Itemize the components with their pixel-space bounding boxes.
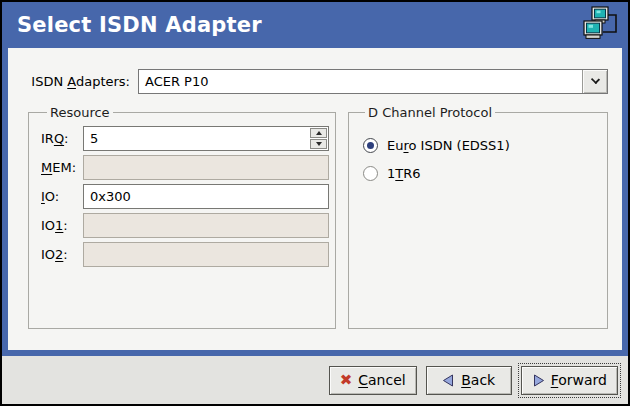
isdn-adapter-row: ISDN Adapters: ACER P10 xyxy=(28,48,608,94)
irq-label: IRQ: xyxy=(41,131,83,146)
resource-group-title: Resource xyxy=(47,105,113,120)
dialog-content: ISDN Adapters: ACER P10 Resource IRQ: 5 xyxy=(8,48,622,350)
io2-label: IO2: xyxy=(41,247,83,262)
network-computers-icon xyxy=(581,5,621,45)
io2-field xyxy=(83,242,329,267)
forward-button[interactable]: Forward xyxy=(521,366,618,395)
irq-spin-controls xyxy=(310,128,327,149)
euro-isdn-label: Euro ISDN (EDSS1) xyxy=(387,138,510,153)
spin-up-button[interactable] xyxy=(310,128,327,138)
dialog-header: Select ISDN Adapter xyxy=(8,2,622,48)
back-arrow-icon xyxy=(442,374,455,387)
mem-label: MEM: xyxy=(41,160,83,175)
io-value: 0x300 xyxy=(90,189,131,204)
io2-row: IO2: xyxy=(41,242,329,267)
mem-field xyxy=(83,155,329,180)
back-button[interactable]: Back xyxy=(426,366,512,395)
io1-label: IO1: xyxy=(41,218,83,233)
cancel-x-icon: ✖ xyxy=(340,373,353,388)
form-columns: Resource IRQ: 5 MEM: xyxy=(28,105,608,329)
radio-option-euro-isdn[interactable]: Euro ISDN (EDSS1) xyxy=(363,134,597,156)
chevron-down-icon xyxy=(590,75,599,84)
spin-down-icon xyxy=(316,142,322,146)
isdn-adapter-selected-value: ACER P10 xyxy=(139,70,582,93)
io1-field xyxy=(83,213,329,238)
io-label: IO: xyxy=(41,189,83,204)
spin-down-button[interactable] xyxy=(310,139,327,149)
cancel-button-label: Cancel xyxy=(358,372,405,388)
isdn-adapter-combobox[interactable]: ACER P10 xyxy=(138,69,608,94)
forward-arrow-icon xyxy=(532,374,545,387)
d-channel-protocol-title: D Channel Protocol xyxy=(365,105,495,120)
isdn-adapters-label: ISDN Adapters: xyxy=(28,74,130,89)
io-field[interactable]: 0x300 xyxy=(83,184,329,209)
radio-unselected-icon[interactable] xyxy=(363,166,378,181)
d-channel-protocol-group: D Channel Protocol Euro ISDN (EDSS1) 1TR… xyxy=(348,105,608,329)
irq-spinner[interactable]: 5 xyxy=(83,126,329,151)
dropdown-arrow-button[interactable] xyxy=(582,70,607,93)
mem-row: MEM: xyxy=(41,155,329,180)
spin-up-icon xyxy=(316,131,322,135)
select-isdn-adapter-dialog: Select ISDN Adapter ISDN Adapters: ACER … xyxy=(0,0,630,406)
1tr6-label: 1TR6 xyxy=(387,166,421,181)
radio-selected-icon[interactable] xyxy=(363,138,378,153)
radio-option-1tr6[interactable]: 1TR6 xyxy=(363,162,597,184)
io1-row: IO1: xyxy=(41,213,329,238)
io-row: IO: 0x300 xyxy=(41,184,329,209)
blue-frame: Select ISDN Adapter ISDN Adapters: ACER … xyxy=(2,2,628,356)
irq-value: 5 xyxy=(90,131,98,146)
page-title: Select ISDN Adapter xyxy=(17,13,262,37)
irq-row: IRQ: 5 xyxy=(41,126,329,151)
back-button-label: Back xyxy=(461,372,495,388)
dialog-button-bar: ✖ Cancel Back Forward xyxy=(2,356,628,404)
resource-group: Resource IRQ: 5 MEM: xyxy=(28,105,336,329)
forward-button-label: Forward xyxy=(551,372,607,388)
cancel-button[interactable]: ✖ Cancel xyxy=(329,366,417,395)
